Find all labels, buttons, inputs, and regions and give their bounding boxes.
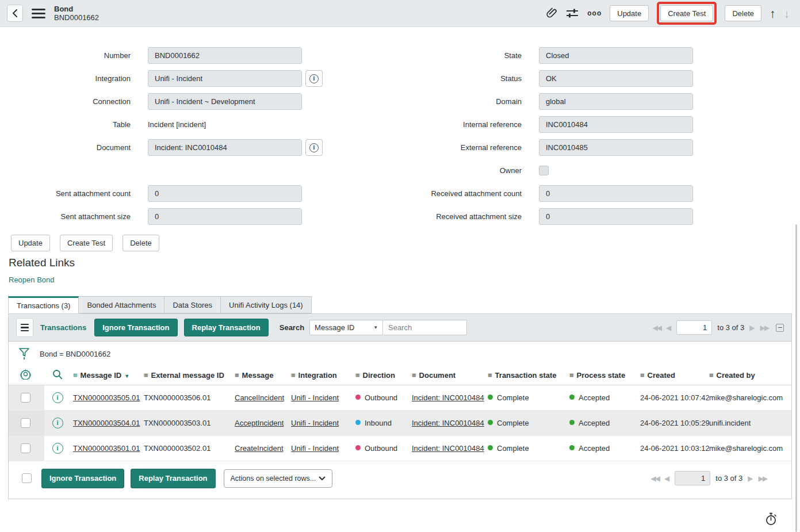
page-number-input[interactable] [675,471,710,485]
record-number: BND0001662 [54,13,99,22]
previous-record-arrow-icon[interactable]: ↑ [770,7,776,20]
create-test-button-header[interactable]: Create Test [660,5,713,21]
column-menu-icon[interactable]: ≡ [355,371,360,380]
integration-info-button[interactable]: i [305,70,323,87]
domain-field: global [539,93,693,110]
column-header-transaction-state[interactable]: ≡Transaction state [488,366,569,385]
received-attachment-size-field: 0 [539,208,693,225]
replay-transaction-button-bottom[interactable]: Replay Transaction [131,469,215,488]
tab-transactions[interactable]: Transactions (3) [8,296,79,313]
document-info-button[interactable]: i [305,139,323,156]
list-context-menu-icon[interactable] [16,318,33,337]
record-header: Bond BND0001662 ooo Update Create Test [0,0,800,27]
received-attachment-count-field: 0 [539,185,693,202]
page-number-input[interactable] [676,320,712,335]
previous-page-icon[interactable]: ◀ [666,324,671,332]
list-search-input[interactable] [383,320,467,335]
column-menu-icon[interactable]: ≡ [235,371,239,380]
column-header-created[interactable]: ≡Created [640,366,709,385]
row-info-icon[interactable]: i [52,418,63,428]
form-left-column: Number BND0001662 Integration Unifi - In… [0,47,345,162]
column-menu-icon[interactable]: ≡ [640,371,645,380]
process-state-value: Accepted [579,393,610,402]
column-menu-icon[interactable]: ≡ [291,371,296,380]
tab-bonded-attachments[interactable]: Bonded Attachments [79,296,164,313]
transaction-state-dot-icon [488,420,493,425]
column-header-created-by[interactable]: ≡Created by [709,366,791,385]
previous-page-icon[interactable]: ◀ [664,474,669,483]
row-checkbox[interactable] [21,393,30,403]
column-menu-icon[interactable]: ≡ [488,371,492,380]
document-link[interactable]: Incident: INC0010484 [412,444,484,453]
column-header-document[interactable]: ≡Document [412,366,488,385]
personalize-form-sliders-icon[interactable] [565,7,579,19]
column-header-direction[interactable]: ≡Direction [355,366,412,385]
column-header-process-state[interactable]: ≡Process state [569,366,640,385]
create-test-button-form[interactable]: Create Test [60,235,113,251]
external-message-id: TXN0000003503.01 [144,419,210,427]
column-menu-icon[interactable]: ≡ [709,371,714,380]
more-options-icon[interactable]: ooo [587,9,602,17]
document-link[interactable]: Incident: INC0010484 [412,393,484,402]
document-link[interactable]: Incident: INC0010484 [412,419,484,427]
first-page-icon[interactable]: ◀◀ [653,324,661,332]
ignore-transaction-button-bottom[interactable]: Ignore Transaction [41,469,124,488]
reopen-bond-link[interactable]: Reopen Bond [9,275,55,284]
integration-link[interactable]: Unifi - Incident [291,444,339,453]
column-header-external-message-id[interactable]: ≡External message ID [144,366,235,385]
next-page-icon[interactable]: ▶ [748,474,753,483]
delete-button-header[interactable]: Delete [725,5,761,21]
page-scrollbar[interactable] [795,224,797,532]
ignore-transaction-button-top[interactable]: Ignore Transaction [94,319,177,336]
actions-on-selected-rows-select[interactable]: Actions on selected rows... [224,469,332,488]
column-menu-icon[interactable]: ≡ [144,371,148,380]
row-info-icon[interactable]: i [52,392,63,403]
message-link[interactable]: CreateIncident [235,444,284,453]
response-time-stopwatch-icon[interactable] [765,512,777,526]
delete-button-form[interactable]: Delete [123,235,159,251]
column-menu-icon[interactable]: ≡ [412,371,416,380]
last-page-icon[interactable]: ▶▶ [760,324,768,332]
related-list-tabs: Transactions (3) Bonded Attachments Data… [8,296,312,313]
column-menu-icon[interactable]: ≡ [569,371,574,380]
message-id-link[interactable]: TXN0000003504.01 [73,419,140,427]
replay-transaction-button-top[interactable]: Replay Transaction [184,319,269,336]
message-link[interactable]: AcceptIncident [235,419,284,427]
direction-value: Inbound [365,419,392,427]
column-menu-icon[interactable]: ≡ [73,371,78,380]
update-button-form[interactable]: Update [11,235,50,251]
select-caret-icon: ▼ [373,325,378,330]
last-page-icon[interactable]: ▶▶ [759,474,767,483]
column-search-icon[interactable] [44,366,73,385]
context-menu-icon[interactable] [32,9,45,18]
row-checkbox[interactable] [21,443,30,453]
attachment-paperclip-icon[interactable] [546,7,557,20]
select-all-checkbox[interactable] [22,473,32,483]
minimize-list-icon[interactable] [776,324,784,332]
back-button[interactable] [7,5,23,22]
bond-record-page: Bond BND0001662 ooo Update Create Test [0,0,800,532]
message-id-link[interactable]: TXN0000003501.01 [73,444,140,453]
process-state-dot-icon [569,445,575,450]
update-button-header[interactable]: Update [610,5,649,21]
breadcrumb-filter[interactable]: Bond = BND0001662 [40,350,110,358]
column-header-integration[interactable]: ≡Integration [291,366,355,385]
header-actions: ooo Update Create Test Delete ↑ ↓ [546,5,793,21]
row-checkbox[interactable] [21,418,30,428]
owner-checkbox[interactable] [539,166,549,175]
integration-link[interactable]: Unifi - Incident [291,393,339,402]
tab-unifi-activity-logs[interactable]: Unifi Activity Logs (14) [221,296,312,313]
column-header-message[interactable]: ≡Message [235,366,291,385]
tab-data-stores[interactable]: Data Stores [164,296,221,313]
column-header-message-id[interactable]: ≡Message ID▼ [73,366,144,385]
filter-funnel-icon[interactable] [18,347,30,361]
message-link[interactable]: CancelIncident [235,393,284,402]
integration-link[interactable]: Unifi - Incident [291,419,339,427]
first-page-icon[interactable]: ◀◀ [651,474,659,483]
external-reference-field: INC0010485 [539,139,693,156]
row-info-icon[interactable]: i [52,443,63,454]
message-id-link[interactable]: TXN0000003505.01 [73,393,140,402]
search-field-select[interactable]: Message ID ▼ [309,320,383,335]
gear-icon[interactable] [9,366,44,385]
next-page-icon[interactable]: ▶ [749,324,755,332]
